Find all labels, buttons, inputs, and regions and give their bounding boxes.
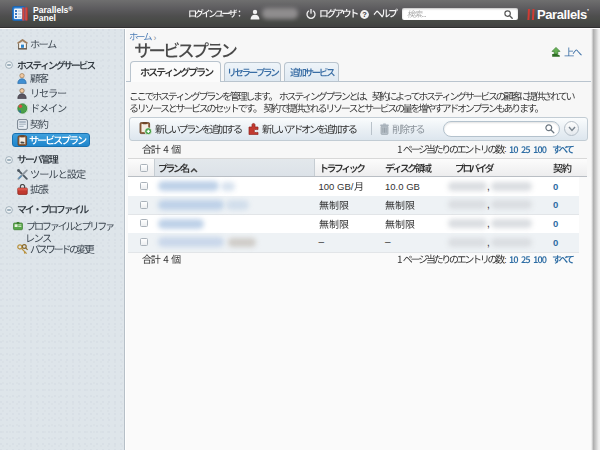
svg-text:?: ? <box>362 10 367 19</box>
